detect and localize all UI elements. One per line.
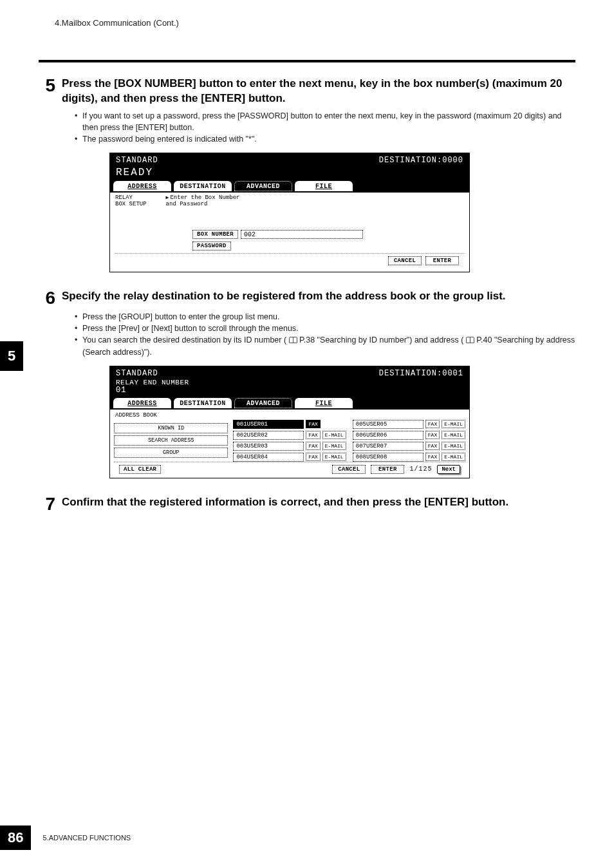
lcd-destination: DESTINATION:0001	[379, 370, 463, 379]
fax-chip[interactable]: FAX	[306, 420, 320, 428]
page-header: 4.Mailbox Communication (Cont.)	[39, 18, 575, 28]
cancel-button[interactable]: CANCEL	[332, 465, 366, 474]
ab-entry[interactable]: 007USER07 FAX E-MAIL	[353, 442, 465, 451]
step-title: Specify the relay destination to be regi…	[62, 289, 575, 304]
lcd-line3: 01	[116, 386, 463, 395]
known-id-button[interactable]: KNOWN ID	[114, 423, 228, 433]
email-chip[interactable]: E-MAIL	[322, 453, 346, 461]
ab-entry[interactable]: 005USER05 FAX E-MAIL	[353, 420, 465, 429]
lcd-status: STANDARD	[116, 370, 158, 379]
side-chapter-tab: 5	[0, 341, 23, 371]
bullet: The password being entered is indicated …	[75, 133, 575, 145]
panel-body: RELAY BOX SETUP Enter the Box Number and…	[109, 193, 470, 272]
email-chip[interactable]: E-MAIL	[442, 442, 465, 450]
step-6-screenshot: STANDARD DESTINATION:0001 RELAY END NUMB…	[109, 366, 470, 478]
address-book-label: ADDRESS BOOK	[114, 411, 465, 420]
ab-entry[interactable]: 008USER08 FAX E-MAIL	[353, 453, 465, 462]
enter-button[interactable]: ENTER	[371, 465, 404, 474]
lcd-destination: DESTINATION:0000	[379, 156, 463, 165]
fax-chip[interactable]: FAX	[306, 453, 320, 461]
fax-chip[interactable]: FAX	[425, 431, 440, 439]
prompt-right-line: and Password	[166, 202, 240, 208]
tab-destination[interactable]: DESTINATION	[174, 181, 232, 191]
text: P.38 "Searching by ID number") and addre…	[299, 335, 463, 344]
email-chip[interactable]: E-MAIL	[442, 453, 465, 461]
tab-file[interactable]: FILE	[295, 398, 353, 408]
tab-destination[interactable]: DESTINATION	[174, 398, 232, 408]
lcd-ready: READY	[116, 167, 463, 178]
bullet: You can search the desired destination b…	[75, 334, 575, 357]
step-number: 7	[39, 495, 55, 513]
step-6-bullets: Press the [GROUP] button to enter the gr…	[75, 311, 575, 358]
box-number-button[interactable]: BOX NUMBER	[192, 230, 238, 239]
lcd-header: STANDARD DESTINATION:0001 RELAY END NUMB…	[109, 366, 470, 398]
enter-button[interactable]: ENTER	[425, 256, 459, 265]
lcd-status: STANDARD	[116, 156, 158, 165]
bullet: Press the [GROUP] button to enter the gr…	[75, 311, 575, 323]
fax-chip[interactable]: FAX	[425, 442, 440, 450]
text: You can search the desired destination b…	[82, 335, 286, 344]
email-chip[interactable]: E-MAIL	[322, 442, 346, 450]
fax-chip[interactable]: FAX	[306, 442, 320, 450]
group-button[interactable]: GROUP	[114, 448, 228, 458]
email-chip[interactable]: E-MAIL	[442, 420, 465, 428]
fax-chip[interactable]: FAX	[425, 420, 440, 428]
bullet: If you want to set up a password, press …	[75, 110, 575, 133]
cancel-button[interactable]: CANCEL	[388, 256, 422, 265]
ab-entry[interactable]: 003USER03 FAX E-MAIL	[233, 442, 347, 451]
tab-bar: ADDRESS DESTINATION ADVANCED FILE	[109, 398, 470, 410]
password-button[interactable]: PASSWORD	[192, 241, 231, 250]
step-title: Confirm that the registered information …	[62, 495, 575, 510]
tab-address[interactable]: ADDRESS	[113, 398, 171, 408]
ab-entry[interactable]: 001USER01 FAX	[233, 420, 347, 429]
page-indicator: 1/125	[409, 466, 432, 473]
step-number: 6	[39, 289, 55, 307]
tab-bar: ADDRESS DESTINATION ADVANCED FILE	[109, 181, 470, 193]
box-number-field[interactable]: 002	[241, 230, 363, 239]
email-chip[interactable]: E-MAIL	[442, 431, 465, 439]
step-5-screenshot: STANDARD DESTINATION:0000 READY ADDRESS …	[109, 153, 470, 272]
fax-chip[interactable]: FAX	[306, 431, 320, 439]
step-5: 5 Press the [BOX NUMBER] button to enter…	[39, 77, 575, 106]
tab-advanced[interactable]: ADVANCED	[234, 181, 292, 191]
step-6: 6 Specify the relay destination to be re…	[39, 289, 575, 307]
ab-entry[interactable]: 004USER04 FAX E-MAIL	[233, 453, 347, 462]
divider-rule	[39, 60, 575, 62]
next-button[interactable]: Next	[437, 465, 460, 474]
bullet: Press the [Prev] or [Next] button to scr…	[75, 323, 575, 334]
step-title: Press the [BOX NUMBER] button to enter t…	[62, 77, 575, 106]
tab-file[interactable]: FILE	[295, 181, 353, 191]
ab-entry[interactable]: 002USER02 FAX E-MAIL	[233, 431, 347, 440]
lcd-header: STANDARD DESTINATION:0000 READY	[109, 153, 470, 181]
prompt-left-line: BOX SETUP	[115, 202, 147, 208]
tab-address[interactable]: ADDRESS	[113, 181, 171, 191]
page-section: 5.ADVANCED FUNCTIONS	[42, 834, 131, 842]
email-chip[interactable]: E-MAIL	[322, 431, 346, 439]
page-number: 86	[0, 826, 31, 850]
step-5-bullets: If you want to set up a password, press …	[75, 110, 575, 145]
page-footer: 86 5.ADVANCED FUNCTIONS	[0, 826, 131, 850]
step-number: 5	[39, 77, 55, 95]
search-address-button[interactable]: SEARCH ADDRESS	[114, 435, 228, 446]
panel-body: ADDRESS BOOK 001USER01 FAX 005USER05 FAX…	[109, 410, 470, 478]
fax-chip[interactable]: FAX	[425, 453, 440, 461]
book-icon	[289, 337, 297, 343]
step-7: 7 Confirm that the registered informatio…	[39, 495, 575, 513]
all-clear-button[interactable]: ALL CLEAR	[119, 465, 161, 474]
tab-advanced[interactable]: ADVANCED	[234, 398, 292, 408]
lcd-line2: RELAY END NUMBER	[116, 379, 463, 387]
ab-entry[interactable]: 006USER06 FAX E-MAIL	[353, 431, 465, 440]
book-icon	[466, 337, 474, 343]
